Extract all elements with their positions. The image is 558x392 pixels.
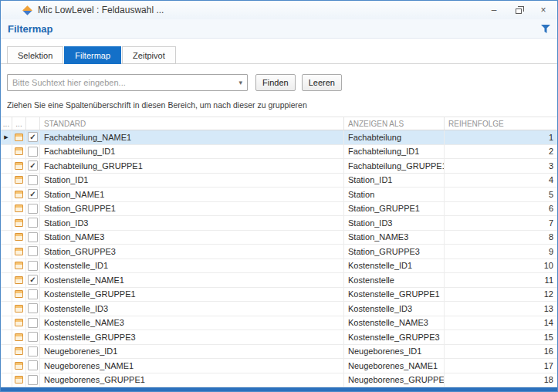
row-checkbox[interactable]: ✓ [28,275,38,285]
clear-button[interactable]: Leeren [302,74,342,91]
cell-anzeigen[interactable]: Kostenstelle_GRUPPE3 [344,330,445,344]
table-row[interactable]: Station_NAME3 Station_NAME3 8 [1,231,557,245]
cell-anzeigen[interactable]: Station_NAME3 [344,231,445,245]
cell-standard[interactable]: Kostenstelle_ID3 [40,302,344,316]
table-row[interactable]: Station_GRUPPE3 Station_GRUPPE3 9 [1,245,557,259]
row-checkbox[interactable] [28,332,38,342]
checkbox-cell[interactable] [26,202,40,216]
cell-anzeigen[interactable]: Kostenstelle_GRUPPE1 [344,288,445,302]
cell-standard[interactable]: Station_GRUPPE1 [40,202,344,216]
cell-anzeigen[interactable]: Kostenstelle_NAME3 [344,316,445,330]
chevron-down-icon[interactable]: ▾ [238,79,242,86]
table-row[interactable]: Station_ID3 Station_ID3 7 [1,216,557,231]
cell-standard[interactable]: Neugeborenes_GRUPPE1 [40,373,344,387]
restore-button[interactable] [506,1,531,19]
cell-anzeigen[interactable]: Neugeborenes_NAME1 [344,359,445,373]
cell-anzeigen[interactable]: Station_GRUPPE3 [344,245,445,259]
checkbox-cell[interactable]: ✓ [26,130,40,144]
table-row[interactable]: Kostenstelle_NAME3 Kostenstelle_NAME3 14 [1,316,557,331]
table-row[interactable]: Fachabteilung_ID1 Fachabteilung_ID1 2 [1,145,557,160]
cell-anzeigen[interactable]: Kostenstelle_ID3 [344,302,445,316]
table-row[interactable]: ✓ Fachabteilung_GRUPPE1 Fachabteilung_GR… [1,159,557,174]
checkbox-cell[interactable] [26,174,40,188]
table-row[interactable]: ✓ Kostenstelle_NAME1 Kostenstelle 11 [1,273,557,288]
checkbox-cell[interactable] [26,345,40,359]
row-checkbox[interactable] [28,147,38,157]
table-row[interactable]: Neugeborenes_ID1 Neugeborenes_ID1 16 [1,345,557,360]
row-checkbox[interactable] [28,375,38,385]
table-row[interactable]: Station_ID1 Station_ID1 4 [1,174,557,188]
find-button[interactable]: Finden [255,74,296,91]
column-header-reihenfolge[interactable]: REIHENFOLGE [445,117,557,130]
cell-standard[interactable]: Fachabteilung_NAME1 [40,130,344,144]
cell-standard[interactable]: Neugeborenes_NAME1 [40,359,344,373]
table-row[interactable]: Station_GRUPPE1 Station_GRUPPE1 6 [1,202,557,217]
row-checkbox[interactable] [28,346,38,357]
row-checkbox[interactable] [28,303,38,313]
cell-anzeigen[interactable]: Station_ID3 [344,216,445,230]
cell-standard[interactable]: Neugeborenes_ID1 [40,345,344,359]
cell-standard[interactable]: Station_GRUPPE3 [40,245,344,259]
checkbox-cell[interactable] [26,245,40,259]
checkbox-cell[interactable] [26,231,40,245]
row-checkbox[interactable] [28,246,38,256]
row-checkbox[interactable] [28,218,38,228]
column-header-dots-2[interactable]: ... [12,117,26,130]
checkbox-cell[interactable]: ✓ [26,159,40,173]
cell-anzeigen[interactable]: Fachabteilung_ID1 [344,145,445,159]
cell-standard[interactable]: Station_ID1 [40,174,344,188]
cell-anzeigen[interactable]: Kostenstelle_ID1 [344,259,445,273]
cell-standard[interactable]: Kostenstelle_GRUPPE1 [40,288,344,302]
row-checkbox[interactable] [28,204,38,214]
search-input[interactable]: Bitte Suchtext hier eingeben... ▾ [7,74,248,91]
row-checkbox[interactable]: ✓ [28,132,38,142]
cell-anzeigen[interactable]: Neugeborenes_GRUPPE1 [344,373,445,387]
row-checkbox[interactable] [28,360,38,370]
checkbox-cell[interactable] [26,330,40,344]
cell-standard[interactable]: Fachabteilung_GRUPPE1 [40,159,344,173]
table-row[interactable]: Neugeborenes_NAME1 Neugeborenes_NAME1 17 [1,359,557,373]
row-checkbox[interactable]: ✓ [28,189,38,199]
table-row[interactable]: Kostenstelle_ID1 Kostenstelle_ID1 10 [1,259,557,274]
table-row[interactable]: ▶ ✓ Fachabteilung_NAME1 Fachabteilung 1 [1,130,557,145]
column-header-anzeigen-als[interactable]: ANZEIGEN ALS [344,117,445,130]
checkbox-cell[interactable] [26,316,40,330]
column-header-standard[interactable]: STANDARD [40,117,344,130]
checkbox-cell[interactable] [26,145,40,159]
row-checkbox[interactable] [28,232,38,242]
column-header-dots-1[interactable]: ... [1,117,12,130]
cell-standard[interactable]: Station_NAME3 [40,231,344,245]
cell-anzeigen[interactable]: Kostenstelle [344,273,445,287]
cell-standard[interactable]: Fachabteilung_ID1 [40,145,344,159]
table-row[interactable]: ✓ Station_NAME1 Station 5 [1,188,557,202]
cell-standard[interactable]: Station_NAME1 [40,188,344,201]
tab-zeitpivot[interactable]: Zeitpivot [122,46,176,64]
cell-anzeigen[interactable]: Station_GRUPPE1 [344,202,445,216]
cell-standard[interactable]: Kostenstelle_ID1 [40,259,344,273]
cell-standard[interactable]: Station_ID3 [40,216,344,230]
minimize-button[interactable]: – [482,1,506,19]
checkbox-cell[interactable] [26,259,40,273]
cell-anzeigen[interactable]: Station_ID1 [344,174,445,188]
row-checkbox[interactable] [28,261,38,271]
checkbox-cell[interactable] [26,373,40,387]
cell-anzeigen[interactable]: Neugeborenes_ID1 [344,345,445,359]
checkbox-cell[interactable] [26,359,40,373]
row-checkbox[interactable] [28,175,38,185]
table-row[interactable]: Kostenstelle_GRUPPE3 Kostenstelle_GRUPPE… [1,330,557,345]
cell-standard[interactable]: Kostenstelle_GRUPPE3 [40,330,344,344]
row-checkbox[interactable]: ✓ [28,161,38,171]
table-row[interactable]: Kostenstelle_ID3 Kostenstelle_ID3 13 [1,302,557,316]
tab-filtermap[interactable]: Filtermap [64,46,121,64]
table-row[interactable]: Neugeborenes_GRUPPE1 Neugeborenes_GRUPPE… [1,373,557,388]
checkbox-cell[interactable]: ✓ [26,188,40,201]
column-header-checkbox[interactable] [26,117,40,130]
cell-standard[interactable]: Kostenstelle_NAME3 [40,316,344,330]
cell-anzeigen[interactable]: Station [344,188,445,201]
close-button[interactable]: × [531,1,556,19]
row-checkbox[interactable] [28,318,38,328]
cell-anzeigen[interactable]: Fachabteilung [344,130,445,144]
filter-funnel-icon[interactable] [541,25,550,33]
tab-selektion[interactable]: Selektion [7,46,63,64]
checkbox-cell[interactable] [26,288,40,302]
